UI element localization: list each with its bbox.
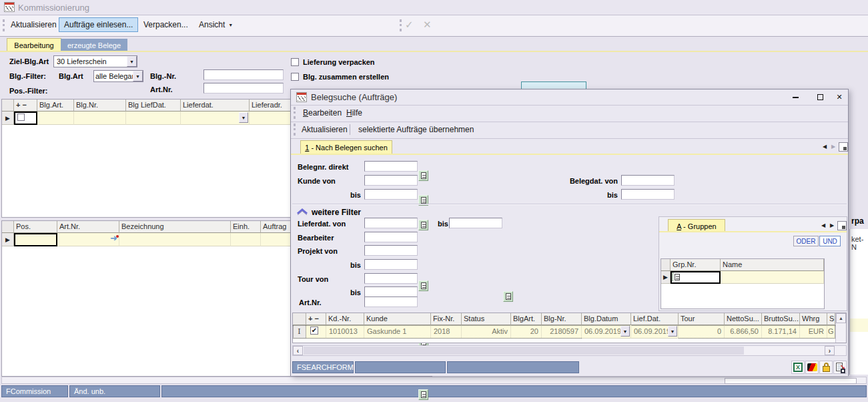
cell-name[interactable]	[721, 271, 824, 284]
col-s[interactable]: S	[827, 313, 835, 325]
scroll-left-icon[interactable]: ‹	[293, 346, 303, 355]
tour-von-input[interactable]	[364, 273, 418, 284]
belegdat-bis-input[interactable]	[621, 189, 675, 200]
confirm-icon[interactable]: ✓	[405, 19, 414, 31]
ziel-blg-art-combo[interactable]: 30 Lieferschein ▼	[53, 55, 137, 67]
cell-grp-nr[interactable]	[671, 271, 721, 284]
results-vertical-scrollbar[interactable]: ▲	[835, 313, 846, 343]
col-blgart[interactable]: BlgArt.	[511, 313, 542, 325]
menu-bearbeiten[interactable]: Bearbeiten	[299, 106, 346, 120]
main-horizontal-scrollbar[interactable]	[1, 377, 867, 384]
cell-kd-nr[interactable]: 1010013	[326, 325, 364, 339]
collapse-chevron-icon[interactable]	[296, 208, 308, 216]
col-lief-dat[interactable]: Lief.Dat.	[631, 313, 679, 325]
tab-scroll-right-icon[interactable]: ▶	[831, 144, 835, 150]
belegdat-von-input[interactable]	[621, 175, 675, 186]
lock-icon[interactable]	[819, 361, 833, 374]
cell-tour[interactable]: 0	[679, 325, 725, 339]
close-icon[interactable]: ✕	[832, 91, 847, 103]
col-whrg[interactable]: Whrg	[800, 313, 827, 325]
blg-datum-dropdown-icon[interactable]: ▼	[620, 326, 630, 337]
results-horizontal-scrollbar[interactable]: ‹ ›	[292, 345, 847, 356]
col-nettosu[interactable]: NettoSu...	[725, 313, 762, 325]
tour-von-lookup-icon[interactable]	[418, 389, 428, 400]
col-blg-liefdat[interactable]: Blg LiefDat.	[126, 99, 181, 112]
col-name[interactable]: Name	[721, 259, 824, 271]
maximize-icon[interactable]	[811, 91, 829, 103]
projekt-bis-input[interactable]	[364, 259, 418, 270]
kunde-bis-lookup-icon[interactable]	[418, 220, 428, 230]
col-einh[interactable]: Einh.	[231, 221, 261, 233]
cell-brutto[interactable]: 8.171,14	[762, 325, 800, 339]
dialog-toolbar-gripper[interactable]	[294, 124, 296, 136]
col-kunde[interactable]: Kunde	[364, 313, 431, 325]
cell-blg-art[interactable]	[37, 112, 74, 125]
tab-scroll-left-icon[interactable]: ◀	[823, 144, 827, 150]
col-bezeichnung[interactable]: Bezeichnung	[119, 221, 231, 233]
col-blg-art[interactable]: Blg.Art.	[37, 99, 74, 112]
col-fix-nr[interactable]: Fix-Nr.	[431, 313, 462, 325]
tab-erzeugte-belege[interactable]: erzeugte Belege	[61, 39, 127, 51]
tour-bis-input[interactable]	[364, 286, 418, 297]
cell-blg-nr[interactable]: 2180597	[542, 325, 582, 339]
cell-blg-nr[interactable]	[74, 112, 126, 125]
cell-blgart[interactable]: 20	[511, 325, 542, 339]
cell-netto[interactable]: 6.866,50	[725, 325, 762, 339]
cell-whrg[interactable]: EUR	[800, 325, 827, 339]
und-button[interactable]: UND	[819, 236, 841, 246]
belegnr-lookup-icon[interactable]	[418, 170, 428, 181]
cell-bezeichnung[interactable]	[119, 233, 231, 246]
cell-blg-liefdat[interactable]	[126, 112, 181, 125]
blg-zusammen-checkbox[interactable]	[291, 73, 299, 81]
ziel-blg-art-dropdown-icon[interactable]: ▼	[127, 56, 137, 67]
menu-hilfe[interactable]: Hilfe	[342, 106, 366, 120]
tab-restore-icon[interactable]	[839, 142, 848, 152]
grp-nr-lookup-icon[interactable]	[672, 272, 673, 281]
lieferung-verpacken-checkbox[interactable]	[291, 58, 299, 66]
lieferdat-dropdown-icon[interactable]: ▼	[239, 112, 248, 123]
art-nr-input[interactable]	[203, 83, 284, 93]
col-blg-datum[interactable]: Blg.Datum	[582, 313, 631, 325]
dialog-art-nr-input[interactable]	[364, 296, 418, 307]
cell-art-nr[interactable]: ➜	[57, 233, 119, 246]
col-tour[interactable]: Tour	[679, 313, 725, 325]
cell-selected[interactable]: ✔	[306, 325, 326, 339]
gruppen-restore-icon[interactable]	[837, 221, 847, 230]
kunde-bis-input[interactable]	[364, 189, 418, 200]
col-grp-nr[interactable]: Grp.Nr.	[671, 259, 721, 271]
col-art-nr[interactable]: Art.Nr.	[57, 221, 119, 233]
blg-art-combo[interactable]: alle Belegart ▼	[93, 70, 143, 82]
lieferdat-von-input[interactable]	[364, 218, 418, 228]
tab-gruppen[interactable]: A - Gruppen	[668, 219, 725, 232]
blg-nr-input[interactable]	[203, 69, 284, 80]
blg-art-dropdown-icon[interactable]: ▼	[133, 71, 143, 81]
result-row[interactable]: I ✔ 1010013 Gaskunde 1 2018 Aktiv 20 218…	[293, 325, 835, 339]
cell-status[interactable]: Aktiv	[462, 325, 511, 339]
main-scrollbar-thumb[interactable]	[725, 378, 857, 384]
lief-dat-dropdown-icon[interactable]: ▼	[668, 326, 677, 337]
col-pos[interactable]: Pos.	[14, 221, 57, 233]
oder-button[interactable]: ODER	[793, 236, 819, 246]
menubar-gripper[interactable]	[294, 107, 296, 119]
plus-minus-header[interactable]: + −	[14, 99, 37, 112]
cell-lief-dat[interactable]: 06.09.2019 ▼	[631, 325, 679, 339]
excel-export-icon[interactable]: X	[791, 361, 805, 374]
col-status[interactable]: Status	[462, 313, 511, 325]
cell-pos[interactable]	[14, 233, 57, 246]
view-menu-button[interactable]: Ansicht▼	[195, 18, 237, 31]
col-blg-nr[interactable]: Blg-Nr.	[542, 313, 582, 325]
select-checkbox-cell[interactable]	[14, 112, 37, 125]
pack-button[interactable]: Verpacken...	[139, 18, 192, 31]
toolbar-gripper[interactable]	[3, 19, 5, 31]
cell-s[interactable]: G	[827, 325, 835, 339]
cell-lieferdat[interactable]: ▼	[181, 112, 250, 125]
lieferdat-bis-lookup-icon[interactable]	[503, 291, 513, 302]
take-selected-orders-button[interactable]: selektierte Aufträge übernehmen	[354, 123, 478, 136]
lieferdat-von-lookup-icon[interactable]	[418, 280, 428, 291]
lieferdat-bis-input[interactable]	[449, 218, 502, 228]
scroll-up-icon[interactable]: ▲	[836, 313, 846, 323]
col-bruttosu[interactable]: BruttoSu...	[762, 313, 800, 325]
goto-article-icon[interactable]: ➜	[110, 233, 117, 243]
gruppen-row-empty[interactable]: ▶	[661, 271, 824, 284]
col-lieferdat[interactable]: Lieferdat.	[181, 99, 250, 112]
